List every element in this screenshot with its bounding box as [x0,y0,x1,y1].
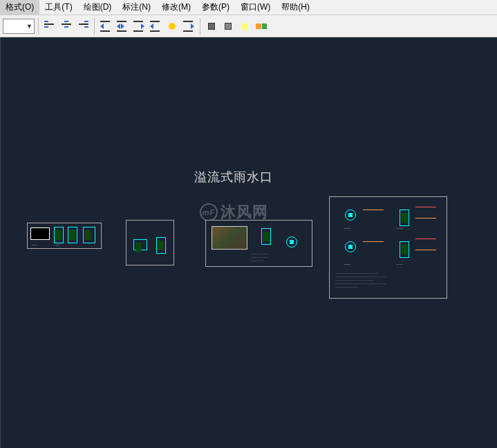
layer-match-button[interactable] [254,19,269,34]
layer-icon [223,21,234,32]
align-left-button[interactable] [42,19,57,34]
align-left-icon [44,21,55,32]
distribute-4-button[interactable] [148,19,163,34]
match-icon [256,21,267,32]
drawing-sheet-2[interactable] [126,220,174,265]
distribute-3-button[interactable] [131,19,147,34]
menu-tools[interactable]: 工具(T) [39,0,77,15]
bulb-button[interactable] [237,19,252,34]
menu-bar: 格式(O) 工具(T) 绘图(D) 标注(N) 修改(M) 参数(P) 窗口(W… [0,0,497,15]
menu-window[interactable]: 窗口(W) [235,0,276,15]
drawing-detail [339,236,362,258]
drawing-detail [395,236,414,263]
drawing-notes: ───────────────────────── [250,252,306,263]
drawing-sheet-1[interactable]: ── ── [27,223,102,249]
separator [38,18,39,35]
drawing-sheet-4[interactable]: ────────────────────────────────────────… [329,196,447,299]
distribute-icon [183,21,194,32]
drawing-label: ─── [344,262,351,266]
menu-modify[interactable]: 修改(M) [156,0,196,15]
layer-icon [206,21,217,32]
distribute-1-button[interactable] [98,19,113,34]
distribute-5-button[interactable] [181,19,196,34]
distribute-icon [100,21,111,32]
drawing-label: ── [32,243,37,247]
menu-help[interactable]: 帮助(H) [276,0,315,15]
distribute-icon [117,21,128,32]
drawing-label: ─── [344,226,351,230]
drawing-detail [68,226,77,244]
drawing-notes: ────────────────────────────────────────… [335,272,439,292]
separator [200,18,200,35]
align-center-icon [61,21,72,32]
distribute-icon [150,21,161,32]
drawing-detail [339,204,362,226]
drawing-detail [260,226,272,247]
chevron-down-icon: ▼ [26,23,32,30]
sun-icon [167,21,178,32]
drawing-detail [82,226,97,244]
drawing-detail [282,233,301,251]
align-right-icon [77,21,88,32]
separator [94,18,95,35]
drawing-image [212,226,247,250]
menu-format[interactable]: 格式(O) [0,0,39,15]
align-center-button[interactable] [59,19,74,34]
drawing-sheet-3[interactable]: ───────────────────────── [205,220,312,267]
light-button[interactable] [165,19,180,34]
layer-hide-button[interactable] [221,19,236,34]
watermark-logo-icon: mF [200,203,218,221]
distribute-2-button[interactable] [115,19,130,34]
drawing-title: 溢流式雨水口 [194,169,273,185]
drawing-block [30,227,50,240]
layer-dropdown[interactable]: ▼ [3,19,35,34]
layer-visibility-button[interactable] [204,19,219,34]
menu-annotate[interactable]: 标注(N) [117,0,156,15]
menu-parameters[interactable]: 参数(P) [196,0,235,15]
drawing-label: ─── [396,262,404,266]
align-right-button[interactable] [75,19,91,34]
drawing-detail [132,239,149,251]
drawing-label: ── [55,243,60,247]
menu-draw[interactable]: 绘图(D) [78,0,118,15]
drawing-detail [54,226,64,244]
bulb-icon [239,21,250,32]
drawing-detail [154,236,168,255]
drawing-label: ─── [396,226,404,230]
toolbar: ▼ [0,15,497,37]
distribute-icon [133,21,144,32]
cad-canvas[interactable]: 溢流式雨水口 mF 沐风网 www.mfcad.com ── ── ──────… [0,37,497,448]
